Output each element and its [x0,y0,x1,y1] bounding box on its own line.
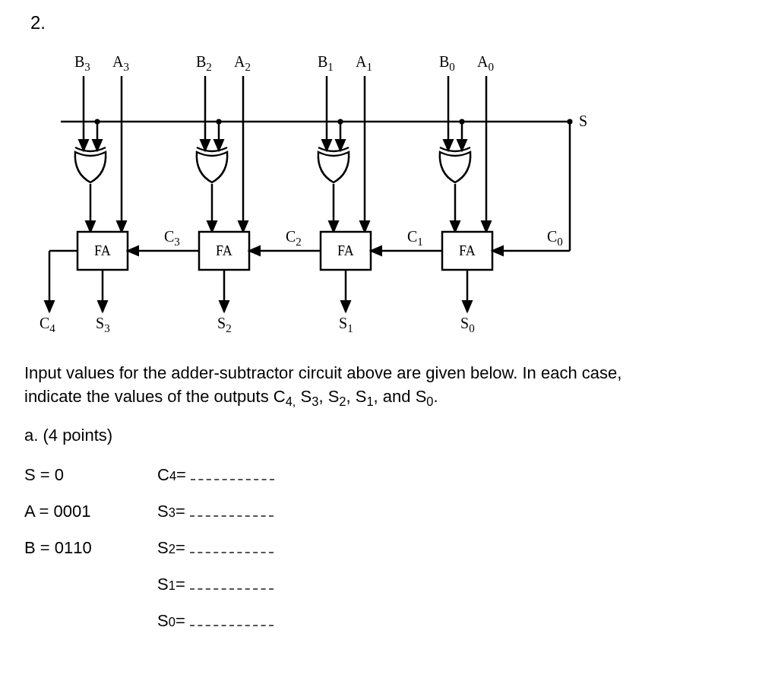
label-A3: A3 [112,53,129,74]
svg-point-14 [217,119,222,125]
label-B1: B1 [318,53,334,74]
output-s3: S3 = [157,502,274,521]
label-S1-out: S1 [339,315,353,335]
label-B0: B0 [439,53,455,74]
label-C1: C1 [407,228,423,249]
label-S3-out: S3 [96,315,110,335]
instruction-text: Input values for the adder-subtractor ci… [24,362,685,410]
part-a-heading: a. (4 points) [24,426,112,445]
label-C4-out: C4 [40,315,55,335]
label-S0-out: S0 [460,315,475,335]
label-B3: B3 [74,53,90,74]
label-C2: C2 [286,228,302,249]
input-values: S = 0 A = 0001 B = 0110 [24,465,123,631]
svg-point-6 [95,119,100,125]
label-S2-out: S2 [217,315,232,335]
label-C0: C0 [547,228,563,249]
input-s: S = 0 [24,465,123,485]
circuit-diagram: B3 A3 B2 A2 B1 A1 B0 A0 S FA FA FA FA C3… [23,53,608,342]
output-blanks: C4 = S3 = S2 = S1 = S0 = [157,465,274,631]
svg-point-21 [338,119,343,125]
blank-s3[interactable] [190,505,274,517]
label-C3: C3 [164,228,180,249]
fa-label-2: FA [216,243,232,259]
svg-point-33 [568,119,573,125]
blank-s0[interactable] [190,614,274,626]
output-s0: S0 = [157,611,274,631]
svg-point-28 [460,119,465,125]
label-S: S [579,112,587,130]
input-a: A = 0001 [24,502,123,521]
fa-label-3: FA [94,243,111,259]
fa-label-0: FA [459,243,476,259]
fa-label-1: FA [337,243,354,259]
output-c4: C4 = [157,465,274,485]
blank-s1[interactable] [190,578,274,590]
label-A2: A2 [234,53,251,74]
label-A0: A0 [477,53,494,74]
output-s2: S2 = [157,538,274,558]
input-b: B = 0110 [24,538,123,558]
blank-s2[interactable] [190,541,274,553]
label-A1: A1 [356,53,372,74]
blank-c4[interactable] [191,468,274,480]
output-s1: S1 = [157,575,274,594]
question-number: 2. [30,12,46,33]
label-B2: B2 [196,53,212,74]
